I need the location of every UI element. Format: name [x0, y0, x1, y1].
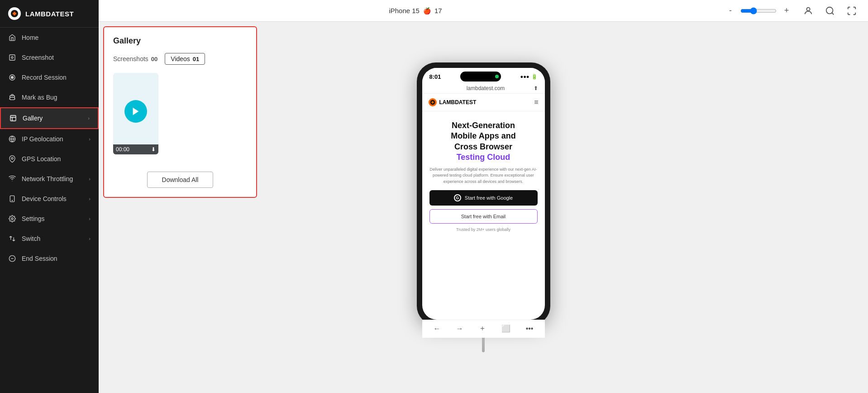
sidebar-item-screenshot[interactable]: Screenshot — [0, 48, 99, 67]
forward-icon[interactable]: → — [456, 325, 463, 333]
sidebar-item-end-session[interactable]: End Session — [0, 249, 99, 268]
home-icon — [8, 34, 16, 42]
back-icon[interactable]: ← — [434, 325, 441, 333]
sidebar-item-switch[interactable]: Switch › — [0, 229, 99, 249]
sidebar-item-bug-label: Mark as Bug — [22, 94, 57, 101]
device-name: iPhone 15 — [389, 7, 420, 14]
geo-icon — [8, 135, 16, 143]
phone-statusbar: 8:01 ●●● 🔋 — [422, 68, 545, 83]
sidebar-item-record-session[interactable]: Record Session — [0, 67, 99, 87]
battery-indicator — [495, 75, 499, 78]
google-icon: G — [454, 194, 461, 201]
phone-url: lambdatest.com — [467, 85, 505, 91]
tabs-icon[interactable]: ⬜ — [501, 324, 510, 333]
svg-rect-1 — [10, 55, 15, 60]
phone-logo: LAMBDATEST — [429, 98, 477, 106]
sidebar-item-gps-location[interactable]: GPS Location — [0, 149, 99, 169]
phone-hero: Next-Generation Mobile Apps and Cross Br… — [422, 111, 545, 238]
search-icon[interactable] — [823, 4, 837, 18]
topbar: iPhone 15 🍎 17 - + — [99, 0, 868, 22]
device-icon — [8, 195, 16, 203]
switch-chevron-icon: › — [89, 236, 91, 241]
sidebar-item-device-controls[interactable]: Device Controls › — [0, 189, 99, 209]
hamburger-icon[interactable]: ≡ — [534, 98, 538, 106]
svg-marker-17 — [133, 108, 139, 115]
download-all-button[interactable]: Download All — [147, 172, 214, 188]
play-button[interactable] — [124, 100, 147, 123]
topbar-center: iPhone 15 🍎 17 — [389, 7, 442, 14]
end-icon — [8, 254, 16, 263]
plus-icon[interactable]: ＋ — [479, 324, 486, 333]
phone-time: 8:01 — [429, 73, 441, 80]
gallery-panel: Gallery Screenshots 00 Videos 01 0 — [103, 26, 257, 198]
sidebar-item-network-throttling[interactable]: Network Throttling › — [0, 169, 99, 189]
phone-bottombar: ← → ＋ ⬜ ••• — [422, 320, 545, 338]
btn-google[interactable]: G Start free with Google — [429, 190, 538, 206]
sidebar-item-gps-label: GPS Location — [22, 155, 61, 163]
video-download-icon[interactable]: ⬇ — [151, 146, 156, 153]
sidebar-item-switch-label: Switch — [22, 235, 40, 242]
btn-google-label: Start free with Google — [465, 195, 513, 201]
video-thumbnail[interactable]: 00:00 ⬇ — [113, 73, 158, 154]
sidebar-item-screenshot-label: Screenshot — [22, 54, 54, 61]
screenshots-label: Screenshots — [113, 55, 148, 62]
fullscreen-icon[interactable] — [844, 4, 859, 18]
device-chevron-icon: › — [89, 196, 91, 201]
hero-line3: Cross Browser — [454, 142, 512, 151]
zoom-minus-button[interactable]: - — [723, 4, 738, 18]
hero-title: Next-Generation Mobile Apps and Cross Br… — [429, 120, 538, 163]
geo-chevron-icon: › — [89, 136, 91, 142]
network-icon — [8, 175, 16, 183]
svg-point-11 — [11, 218, 13, 220]
sidebar-item-ip-geolocation[interactable]: IP Geolocation › — [0, 129, 99, 149]
share-icon[interactable]: ⬆ — [534, 85, 538, 91]
switch-icon — [8, 235, 16, 243]
logo-text: LAMBDATEST — [25, 10, 74, 18]
videos-label: Videos — [171, 55, 190, 62]
gallery-tab-screenshots[interactable]: Screenshots 00 — [113, 53, 157, 64]
gallery-chevron-icon: › — [88, 115, 90, 121]
lt-logo-icon — [429, 98, 437, 106]
zoom-slider[interactable] — [740, 7, 777, 14]
hero-desc: Deliver unparalleled digital experience … — [429, 167, 538, 185]
apple-icon: 🍎 — [423, 7, 431, 14]
sidebar-logo: LAMBDATEST — [0, 0, 99, 28]
phone-trusted: Trusted by 2M+ users globally — [429, 227, 538, 232]
btn-email-label: Start free with Email — [461, 214, 506, 219]
svg-rect-5 — [10, 115, 16, 121]
os-version: 17 — [434, 7, 442, 14]
sidebar-item-gallery-label: Gallery — [23, 115, 43, 122]
status-icons: ●●● 🔋 — [520, 74, 538, 80]
phone-device: 8:01 ●●● 🔋 lambdatest.com ⬆ — [417, 62, 550, 325]
gallery-panel-title: Gallery — [113, 36, 247, 46]
zoom-plus-button[interactable]: + — [779, 4, 794, 18]
sidebar-item-settings[interactable]: Settings › — [0, 209, 99, 229]
battery-icon: 🔋 — [531, 74, 538, 80]
gallery-tab-videos[interactable]: Videos 01 — [165, 53, 205, 65]
svg-point-8 — [11, 158, 13, 159]
sidebar-item-record-label: Record Session — [22, 74, 67, 81]
settings-chevron-icon: › — [89, 216, 91, 221]
phone-screen: 8:01 ●●● 🔋 lambdatest.com ⬆ — [422, 68, 545, 320]
btn-email[interactable]: Start free with Email — [429, 209, 538, 224]
sidebar-item-gallery[interactable]: Gallery › — [0, 107, 99, 129]
wifi-icon: ●●● — [520, 74, 529, 79]
sidebar-item-mark-as-bug[interactable]: Mark as Bug — [0, 87, 99, 107]
more-icon[interactable]: ••• — [526, 325, 534, 333]
svg-point-14 — [806, 7, 810, 10]
hero-highlight: Testing Cloud — [457, 153, 510, 162]
phone-nav: LAMBDATEST ≡ — [422, 94, 545, 111]
sidebar-item-home[interactable]: Home — [0, 28, 99, 48]
sidebar-item-settings-label: Settings — [22, 215, 45, 222]
settings-icon — [8, 215, 16, 223]
gallery-tabs: Screenshots 00 Videos 01 — [113, 53, 247, 65]
record-icon — [8, 73, 16, 81]
gps-icon — [8, 155, 16, 163]
sidebar: LAMBDATEST Home Screenshot Record Sessio… — [0, 0, 99, 393]
svg-point-2 — [11, 57, 13, 58]
profile-icon[interactable] — [801, 4, 816, 18]
videos-count: 01 — [193, 56, 199, 62]
svg-line-16 — [832, 13, 834, 14]
svg-point-10 — [12, 200, 12, 201]
hero-line2: Mobile Apps and — [451, 131, 515, 140]
